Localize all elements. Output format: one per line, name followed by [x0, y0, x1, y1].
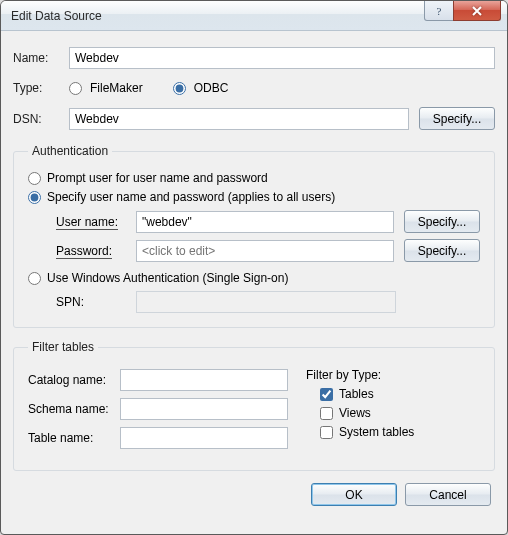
table-label: Table name: — [28, 431, 120, 445]
type-row: Type: FileMaker ODBC — [13, 81, 495, 95]
schema-label: Schema name: — [28, 402, 120, 416]
dsn-label: DSN: — [13, 112, 69, 126]
views-label: Views — [339, 406, 371, 420]
filter-bytype-label: Filter by Type: — [306, 368, 414, 382]
spn-row: SPN: — [56, 291, 480, 313]
help-button[interactable]: ? — [424, 1, 454, 21]
footer: OK Cancel — [13, 475, 495, 508]
spn-input — [136, 291, 396, 313]
type-odbc-radio[interactable] — [173, 82, 186, 95]
type-label: Type: — [13, 81, 69, 95]
type-filemaker-option[interactable]: FileMaker — [69, 81, 143, 95]
help-icon: ? — [434, 5, 444, 17]
table-input[interactable] — [120, 427, 288, 449]
filter-names: Catalog name: Schema name: Table name: — [28, 362, 288, 456]
user-specify-button[interactable]: Specify... — [404, 210, 480, 233]
auth-winauth-label: Use Windows Authentication (Single Sign-… — [47, 271, 288, 285]
close-icon — [471, 6, 483, 16]
catalog-input[interactable] — [120, 369, 288, 391]
svg-text:?: ? — [437, 5, 442, 17]
dsn-row: DSN: Specify... — [13, 107, 495, 130]
dialog-window: Edit Data Source ? Name: Type: FileMaker… — [0, 0, 508, 535]
tables-checkbox[interactable] — [320, 388, 333, 401]
filter-legend: Filter tables — [28, 340, 98, 354]
type-filemaker-radio[interactable] — [69, 82, 82, 95]
views-checkbox[interactable] — [320, 407, 333, 420]
auth-prompt-option[interactable]: Prompt user for user name and password — [28, 171, 480, 185]
pass-row: Password: Specify... — [56, 239, 480, 262]
auth-fieldset: Authentication Prompt user for user name… — [13, 144, 495, 328]
type-filemaker-label: FileMaker — [90, 81, 143, 95]
cancel-button[interactable]: Cancel — [405, 483, 491, 506]
close-button[interactable] — [453, 1, 501, 21]
name-label: Name: — [13, 51, 69, 65]
window-title: Edit Data Source — [11, 8, 424, 23]
user-label: User name: — [56, 215, 136, 229]
views-option[interactable]: Views — [320, 406, 414, 420]
pass-input[interactable] — [136, 240, 394, 262]
user-row: User name: Specify... — [56, 210, 480, 233]
filter-fieldset: Filter tables Catalog name: Schema name:… — [13, 340, 495, 471]
spn-label: SPN: — [56, 295, 136, 309]
name-row: Name: — [13, 47, 495, 69]
auth-winauth-option[interactable]: Use Windows Authentication (Single Sign-… — [28, 271, 480, 285]
dsn-specify-button[interactable]: Specify... — [419, 107, 495, 130]
window-buttons: ? — [424, 1, 507, 30]
name-input[interactable] — [69, 47, 495, 69]
auth-specify-option[interactable]: Specify user name and password (applies … — [28, 190, 480, 204]
pass-label: Password: — [56, 244, 136, 258]
client-area: Name: Type: FileMaker ODBC DSN: Specify.… — [1, 31, 507, 534]
auth-prompt-radio[interactable] — [28, 172, 41, 185]
type-odbc-label: ODBC — [194, 81, 229, 95]
auth-prompt-label: Prompt user for user name and password — [47, 171, 268, 185]
systables-checkbox[interactable] — [320, 426, 333, 439]
auth-winauth-radio[interactable] — [28, 272, 41, 285]
systables-option[interactable]: System tables — [320, 425, 414, 439]
catalog-label: Catalog name: — [28, 373, 120, 387]
schema-input[interactable] — [120, 398, 288, 420]
ok-button[interactable]: OK — [311, 483, 397, 506]
auth-legend: Authentication — [28, 144, 112, 158]
auth-specify-label: Specify user name and password (applies … — [47, 190, 335, 204]
user-input[interactable] — [136, 211, 394, 233]
tables-label: Tables — [339, 387, 374, 401]
pass-specify-button[interactable]: Specify... — [404, 239, 480, 262]
titlebar: Edit Data Source ? — [1, 1, 507, 31]
systables-label: System tables — [339, 425, 414, 439]
filter-types: Filter by Type: Tables Views System tabl… — [306, 362, 414, 456]
type-odbc-option[interactable]: ODBC — [173, 81, 229, 95]
auth-specify-radio[interactable] — [28, 191, 41, 204]
dsn-input[interactable] — [69, 108, 409, 130]
tables-option[interactable]: Tables — [320, 387, 414, 401]
